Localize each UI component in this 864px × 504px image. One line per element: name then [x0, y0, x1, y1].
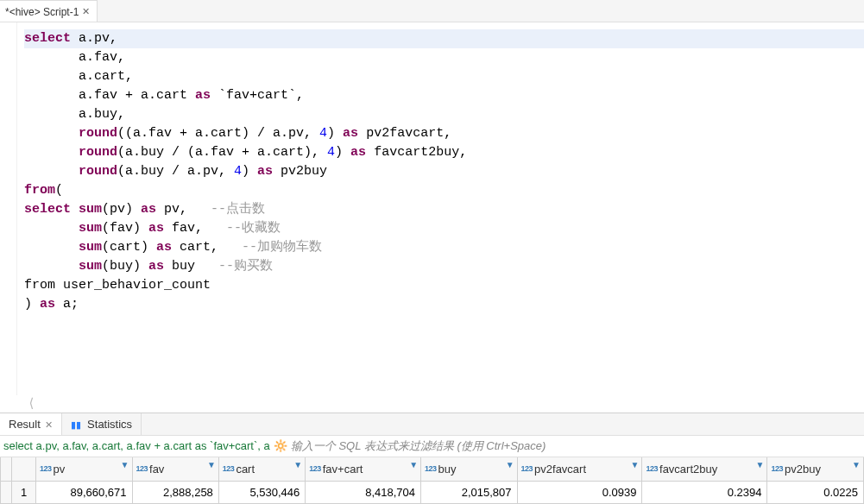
close-icon[interactable]: ✕ — [82, 6, 90, 17]
filter-icon[interactable]: ▼ — [631, 460, 640, 469]
code-line: round(a.buy / (a.fav + a.cart), 4) as fa… — [24, 143, 864, 162]
cell[interactable]: 8,418,704 — [306, 482, 421, 504]
editor-tab[interactable]: *<hive> Script-1 ✕ — [0, 0, 98, 22]
grid-header-row: 123pv▼123fav▼123cart▼123fav+cart▼123buy▼… — [1, 457, 864, 482]
column-name: fav+cart — [323, 463, 363, 476]
code-line: sum(cart) as cart, --加购物车数 — [24, 238, 864, 257]
type-icon: 123 — [223, 464, 235, 473]
type-icon: 123 — [136, 464, 148, 473]
code-line: a.buy, — [24, 105, 864, 124]
column-name: pv — [54, 463, 66, 476]
code-line: a.fav, — [24, 48, 864, 67]
code-line: round((a.fav + a.cart) / a.pv, 4) as pv2… — [24, 124, 864, 143]
type-icon: 123 — [425, 464, 437, 473]
left-gutter — [0, 22, 17, 395]
sql-preview: select a.pv, a.fav, a.cart, a.fav + a.ca… — [0, 439, 270, 452]
filter-icon[interactable]: 🔆 — [270, 439, 291, 452]
results-tabbar: Result ✕ ▮▮ Statistics — [0, 413, 864, 435]
code-line: from( — [24, 181, 864, 200]
column-name: cart — [236, 463, 255, 476]
code-line: select sum(pv) as pv, --点击数 — [24, 200, 864, 219]
column-header[interactable]: 123cart▼ — [218, 457, 305, 482]
sql-editor[interactable]: select a.pv, a.fav, a.cart, a.fav + a.ca… — [17, 22, 864, 395]
column-name: fav — [149, 463, 164, 476]
type-icon: 123 — [646, 464, 658, 473]
code-line: select a.pv, — [24, 29, 864, 48]
grid-corner — [1, 457, 12, 482]
code-line: from user_behavior_count — [24, 276, 864, 295]
code-line: sum(fav) as fav, --收藏数 — [24, 219, 864, 238]
column-header[interactable]: 123fav▼ — [132, 457, 218, 482]
cell[interactable]: 0.2394 — [642, 482, 767, 504]
cell[interactable]: 2,015,807 — [421, 482, 518, 504]
type-icon: 123 — [521, 464, 533, 473]
close-icon[interactable]: ✕ — [45, 419, 53, 430]
filter-row: select a.pv, a.fav, a.cart, a.fav + a.ca… — [0, 435, 864, 457]
rownum-header — [12, 457, 36, 482]
tab-statistics[interactable]: ▮▮ Statistics — [62, 413, 142, 435]
column-name: pv2buy — [785, 463, 821, 476]
type-icon: 123 — [309, 464, 321, 473]
results-grid: 123pv▼123fav▼123cart▼123fav+cart▼123buy▼… — [0, 457, 864, 505]
cell[interactable]: 89,660,671 — [36, 482, 133, 504]
code-line: sum(buy) as buy --购买数 — [24, 257, 864, 276]
filter-icon[interactable]: ▼ — [506, 460, 514, 469]
filter-input[interactable]: 输入一个 SQL 表达式来过滤结果 (使用 Ctrl+Space) — [291, 438, 546, 454]
type-icon: 123 — [771, 464, 783, 473]
filter-icon[interactable]: ▼ — [409, 460, 418, 469]
column-header[interactable]: 123fav+cart▼ — [306, 457, 421, 482]
code-line: a.cart, — [24, 67, 864, 86]
column-header[interactable]: 123pv▼ — [36, 457, 133, 482]
column-name: favcart2buy — [659, 463, 717, 476]
cell[interactable]: 2,888,258 — [132, 482, 218, 504]
cell[interactable]: 0.0939 — [517, 482, 642, 504]
column-header[interactable]: 123pv2buy▼ — [767, 457, 864, 482]
tab-statistics-label: Statistics — [87, 418, 132, 431]
filter-icon[interactable]: ▼ — [121, 460, 129, 469]
scroll-left-icon: ⟨ — [0, 395, 864, 413]
column-name: buy — [438, 463, 457, 476]
table-row[interactable]: 189,660,6712,888,2585,530,4468,418,7042,… — [1, 482, 864, 504]
tab-result-label: Result — [9, 418, 41, 431]
row-marker — [1, 482, 12, 504]
type-icon: 123 — [40, 464, 52, 473]
column-header[interactable]: 123favcart2buy▼ — [642, 457, 767, 482]
code-line: ) as a; — [24, 295, 864, 314]
editor-tabbar: *<hive> Script-1 ✕ — [0, 0, 864, 22]
code-line: a.fav + a.cart as `fav+cart`, — [24, 86, 864, 105]
row-number: 1 — [12, 482, 36, 504]
cell[interactable]: 5,530,446 — [218, 482, 305, 504]
statistics-icon: ▮▮ — [71, 419, 81, 430]
cell[interactable]: 0.0225 — [767, 482, 864, 504]
column-name: pv2favcart — [534, 463, 586, 476]
column-header[interactable]: 123pv2favcart▼ — [517, 457, 642, 482]
filter-icon[interactable]: ▼ — [756, 460, 765, 469]
column-header[interactable]: 123buy▼ — [421, 457, 518, 482]
filter-icon[interactable]: ▼ — [207, 460, 216, 469]
tab-result[interactable]: Result ✕ — [0, 413, 62, 435]
tab-title: *<hive> Script-1 — [5, 6, 79, 18]
filter-icon[interactable]: ▼ — [852, 460, 861, 469]
editor-area: select a.pv, a.fav, a.cart, a.fav + a.ca… — [0, 22, 864, 395]
code-line: round(a.buy / a.pv, 4) as pv2buy — [24, 162, 864, 181]
filter-icon[interactable]: ▼ — [293, 460, 302, 469]
